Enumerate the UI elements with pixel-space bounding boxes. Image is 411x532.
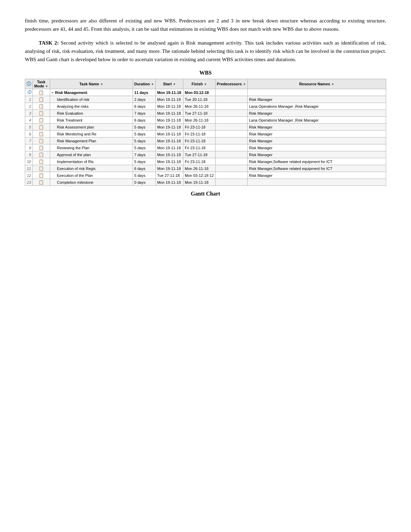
start-cell: Mon 19‑11‑18 xyxy=(156,89,183,96)
duration-cell: 6 days xyxy=(133,165,155,172)
collapse-icon: − xyxy=(51,91,54,95)
table-row: 2📋Analyzing the risks6 daysMon 19‑11‑18M… xyxy=(25,103,386,110)
th-resource-names: Resource Names ▼ xyxy=(247,79,386,89)
resource-names-cell: Lana Operations Manager ,Risk Manager xyxy=(247,103,386,110)
predecessors-cell xyxy=(215,96,247,103)
finish-cell: Mon 26‑11‑18 xyxy=(183,117,216,124)
row-number: 1 xyxy=(25,96,33,103)
th-resource-sort: ▼ xyxy=(331,83,334,86)
resource-names-cell: Risk Manager xyxy=(247,110,386,117)
task-mode-cell: 📋 xyxy=(33,131,50,137)
predecessors-cell xyxy=(215,124,247,131)
task-name-text: Execution of risk Regis xyxy=(51,167,96,171)
table-row: 8📋Reviewing the Plan5 daysMon 19‑11‑18Fr… xyxy=(25,144,386,151)
start-cell: Mon 19‑11‑18 xyxy=(156,96,183,103)
task-name-text: Risk Monitoring and Re xyxy=(51,132,96,136)
start-cell: Mon 19‑11‑18 xyxy=(156,117,183,124)
row-number: ⓘ xyxy=(25,89,33,96)
row-number: 13 xyxy=(25,179,33,186)
task-name-text: Risk Management xyxy=(55,91,87,95)
resource-names-cell: Risk Manager,Software related equipment … xyxy=(247,165,386,172)
task-mode-icon: 📋 xyxy=(38,117,44,123)
predecessors-cell xyxy=(215,172,247,179)
row-number: 6 xyxy=(25,131,33,137)
predecessors-cell xyxy=(215,158,247,165)
finish-cell: Mon 26‑11‑18 xyxy=(183,165,216,172)
start-cell: Mon 19‑11‑18 xyxy=(156,144,183,151)
th-task-mode: TaskMode ▼ xyxy=(33,79,50,89)
task-mode-icon: 📋 xyxy=(38,124,44,130)
duration-cell: 6 days xyxy=(133,117,155,124)
task-mode-icon: 📋 xyxy=(38,104,44,109)
start-cell: Mon 19‑11‑18 xyxy=(156,110,183,117)
task-name-text: Risk Assessment plan xyxy=(51,125,94,129)
task-name-text: Reviewing the Plan xyxy=(51,146,89,150)
resource-names-cell: Risk Manager xyxy=(247,151,386,158)
task-name-text: Execution of the Plan xyxy=(51,173,93,178)
th-duration: Duration ▼ xyxy=(133,79,155,89)
th-finish: Finish ▼ xyxy=(183,79,216,89)
task-name-cell: Risk Treatment xyxy=(50,117,133,124)
finish-cell: Fri 23‑11‑18 xyxy=(183,158,216,165)
finish-cell: Fri 23‑11‑18 xyxy=(183,124,216,131)
th-taskname-sort: ▼ xyxy=(100,83,103,86)
resource-names-cell: Risk Manager xyxy=(247,137,386,144)
task-name-text: Analyzing the risks xyxy=(51,104,89,108)
start-cell: Mon 19‑11‑18 xyxy=(156,103,183,110)
table-row: 1📋Identification of risk2 daysMon 19‑11‑… xyxy=(25,96,386,103)
row-number: 11 xyxy=(25,165,33,172)
th-info-icon: ⓘ xyxy=(25,79,33,89)
th-task-name: Task Name ▼ xyxy=(50,79,133,89)
th-start: Start ▼ xyxy=(156,79,183,89)
task2-label: TASK 2: xyxy=(39,40,59,46)
task-mode-icon: 📋 xyxy=(38,145,44,150)
th-finish-sort: ▼ xyxy=(204,83,207,86)
duration-cell: 7 days xyxy=(133,151,155,158)
task-name-cell: Risk Evaluation xyxy=(50,110,133,117)
row-number: 4 xyxy=(25,117,33,124)
start-cell: Mon 19‑11‑18 xyxy=(156,179,183,186)
indent-space xyxy=(25,39,39,47)
duration-cell: 2 days xyxy=(133,96,155,103)
task-mode-cell: 📋 xyxy=(33,103,50,110)
task-mode-icon: 📋 xyxy=(38,97,44,102)
task-mode-cell: 📋 xyxy=(33,117,50,124)
row-number: 5 xyxy=(25,124,33,131)
duration-cell: 0 days xyxy=(133,179,155,186)
finish-cell: Tue 20‑11‑18 xyxy=(183,96,216,103)
table-row: 11📋Execution of risk Regis6 daysMon 19‑1… xyxy=(25,165,386,172)
task2-text: Second activity which is selected to be … xyxy=(25,40,386,62)
predecessors-cell xyxy=(215,131,247,137)
predecessors-cell xyxy=(215,179,247,186)
task-mode-icon: 📋 xyxy=(38,138,44,143)
task-name-cell: Risk Assessment plan xyxy=(50,124,133,131)
start-cell: Tue 27‑11‑18 xyxy=(156,172,183,179)
task-mode-cell: 📋 xyxy=(33,172,50,179)
duration-cell: 5 days xyxy=(133,131,155,137)
task-name-cell: Identification of risk xyxy=(50,96,133,103)
row-number: 10 xyxy=(25,158,33,165)
th-start-sort: ▼ xyxy=(173,83,176,86)
finish-cell: Mon 26‑11‑18 xyxy=(183,103,216,110)
task-name-text: Risk Treatment xyxy=(51,118,83,122)
task-mode-cell: 📋 xyxy=(33,89,50,96)
wbs-table-wrapper: ⓘ TaskMode ▼ Task Name ▼ Duration ▼ Star… xyxy=(25,79,386,186)
wbs-table: ⓘ TaskMode ▼ Task Name ▼ Duration ▼ Star… xyxy=(25,79,386,186)
start-cell: Mon 19‑11‑18 xyxy=(156,131,183,137)
task-mode-cell: 📋 xyxy=(33,144,50,151)
finish-cell: Mon 19‑11‑18 xyxy=(183,179,216,186)
task-name-text: Approval of the plan xyxy=(51,153,91,157)
finish-cell: Fri 23‑11‑18 xyxy=(183,137,216,144)
finish-cell: Mon 03‑12‑18 xyxy=(183,89,216,96)
th-taskmode-sort: ▼ xyxy=(45,85,48,88)
task-mode-icon: 📋 xyxy=(38,166,44,171)
table-row: 5📋Risk Assessment plan5 daysMon 19‑11‑18… xyxy=(25,124,386,131)
resource-names-cell: Risk Manager xyxy=(247,144,386,151)
table-row: 13📋Completion milestone0 daysMon 19‑11‑1… xyxy=(25,179,386,186)
task-name-cell: Risk Management Plan xyxy=(50,137,133,144)
resource-names-cell: Lana Operations Manager ,Risk Manager xyxy=(247,117,386,124)
gantt-chart-title: Gantt Chart xyxy=(25,191,386,197)
start-cell: Mon 19‑11‑18 xyxy=(156,165,183,172)
task-name-cell: Implementation of Ris xyxy=(50,158,133,165)
task-name-cell: Execution of risk Regis xyxy=(50,165,133,172)
